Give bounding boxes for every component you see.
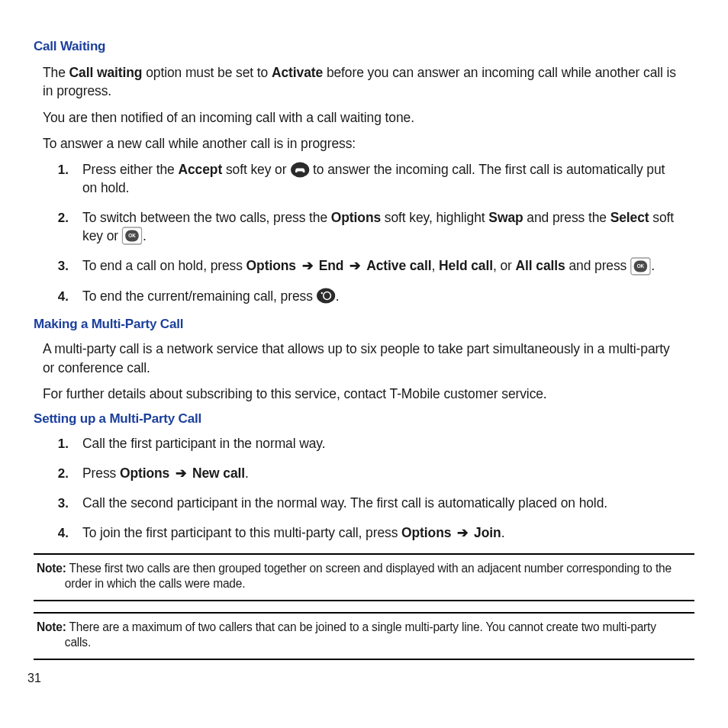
text: option must be set to xyxy=(142,65,272,80)
step-body: To join the first participant to this mu… xyxy=(82,523,504,542)
bold-term: End xyxy=(319,258,344,273)
bold-term: Activate xyxy=(272,65,323,80)
step-number: 3. xyxy=(27,495,69,513)
text: . xyxy=(336,288,340,304)
step-body: Call the second participant in the norma… xyxy=(82,494,607,512)
step-number: 1. xyxy=(27,436,69,453)
bold-term: Active call xyxy=(366,258,431,273)
list-item: 1. Press either the Accept soft key or t… xyxy=(27,160,701,198)
note-text: Note: There are a maximum of two callers… xyxy=(37,620,672,651)
text: Press either the xyxy=(82,162,178,177)
bold-term: All calls xyxy=(516,258,565,273)
step-number: 2. xyxy=(27,465,69,483)
paragraph: To answer a new call while another call … xyxy=(43,134,681,153)
svg-rect-2 xyxy=(295,170,297,172)
svg-point-12 xyxy=(321,292,323,294)
bold-term: Options xyxy=(331,210,381,225)
text: , or xyxy=(493,258,516,273)
list-item: 1. Call the first participant in the nor… xyxy=(27,434,701,453)
step-body: To end a call on hold, press Options ➔ E… xyxy=(82,256,655,275)
paragraph: The Call waiting option must be set to A… xyxy=(43,63,681,101)
step-body: Press either the Accept soft key or to a… xyxy=(82,160,682,198)
bold-term: Held call xyxy=(439,258,493,273)
end-key-icon xyxy=(317,288,336,304)
list-item: 3. To end a call on hold, press Options … xyxy=(27,256,701,275)
step-number: 3. xyxy=(27,258,69,275)
text: and press xyxy=(565,258,630,273)
svg-rect-3 xyxy=(302,170,304,172)
text: . xyxy=(501,525,505,540)
step-number: 4. xyxy=(27,288,69,306)
paragraph: For further details about subscribing to… xyxy=(43,385,681,403)
text: To join the first participant to this mu… xyxy=(82,525,401,540)
paragraph: A multi-party call is a network service … xyxy=(43,340,681,377)
list-item: 2. To switch between the two calls, pres… xyxy=(27,208,701,246)
bold-term: New call xyxy=(192,465,245,481)
ok-key-icon: OK xyxy=(122,227,143,245)
text: The xyxy=(43,65,69,80)
note-label: Note: xyxy=(37,562,66,575)
bold-term: Call waiting xyxy=(69,65,143,80)
list-item: 4. To end the current/remaining call, pr… xyxy=(27,287,701,306)
bold-term: Select xyxy=(610,210,649,225)
note-box: Note: These first two calls are then gro… xyxy=(34,553,694,601)
svg-text:OK: OK xyxy=(637,263,645,269)
step-number: 4. xyxy=(27,525,69,543)
step-body: To end the current/remaining call, press… xyxy=(82,287,340,305)
arrow-icon: ➔ xyxy=(347,258,362,273)
arrow-icon: ➔ xyxy=(173,465,188,481)
ok-key-icon: OK xyxy=(630,257,651,275)
step-body: Press Options ➔ New call. xyxy=(82,464,249,482)
text: There are a maximum of two callers that … xyxy=(65,620,656,649)
list-item: 3. Call the second participant in the no… xyxy=(27,494,701,513)
ordered-list: 1. Call the first participant in the nor… xyxy=(27,434,701,543)
bold-term: Options xyxy=(246,258,296,273)
heading-setup-multi-party: Setting up a Multi-Party Call xyxy=(34,411,701,428)
bold-term: Swap xyxy=(488,210,523,225)
heading-multi-party: Making a Multi-Party Call xyxy=(34,316,701,333)
paragraph: You are then notified of an incoming cal… xyxy=(43,108,681,127)
heading-call-waiting: Call Waiting xyxy=(34,38,701,56)
list-item: 4. To join the first participant to this… xyxy=(27,523,701,543)
bold-term: Options xyxy=(401,525,451,540)
step-body: Call the first participant in the normal… xyxy=(82,434,325,453)
text: These first two calls are then grouped t… xyxy=(65,562,672,590)
text: To end the current/remaining call, press xyxy=(82,288,317,304)
note-text: Note: These first two calls are then gro… xyxy=(37,561,672,592)
bold-term: Options xyxy=(120,465,169,481)
text: . xyxy=(143,228,147,243)
bold-term: Accept xyxy=(178,162,222,177)
ordered-list: 1. Press either the Accept soft key or t… xyxy=(27,160,701,305)
arrow-icon: ➔ xyxy=(455,525,470,540)
step-number: 1. xyxy=(27,162,69,179)
text: and press the xyxy=(523,210,610,225)
step-number: 2. xyxy=(27,210,69,227)
text: Press xyxy=(82,465,120,481)
note-label: Note: xyxy=(37,620,66,633)
text: To end a call on hold, press xyxy=(82,258,246,273)
text: . xyxy=(245,465,249,481)
note-box: Note: There are a maximum of two callers… xyxy=(34,612,694,660)
call-key-icon xyxy=(290,162,309,178)
arrow-icon: ➔ xyxy=(300,258,315,273)
text: To switch between the two calls, press t… xyxy=(82,210,331,225)
manual-page: Call Waiting The Call waiting option mus… xyxy=(0,0,728,683)
text: . xyxy=(651,258,655,273)
svg-point-10 xyxy=(317,288,335,304)
svg-text:OK: OK xyxy=(129,234,137,239)
list-item: 2. Press Options ➔ New call. xyxy=(27,464,701,483)
bold-term: Join xyxy=(474,525,501,540)
text: soft key, highlight xyxy=(381,210,488,225)
step-body: To switch between the two calls, press t… xyxy=(82,208,682,246)
page-number: 31 xyxy=(27,670,41,687)
text: soft key or xyxy=(222,162,290,177)
